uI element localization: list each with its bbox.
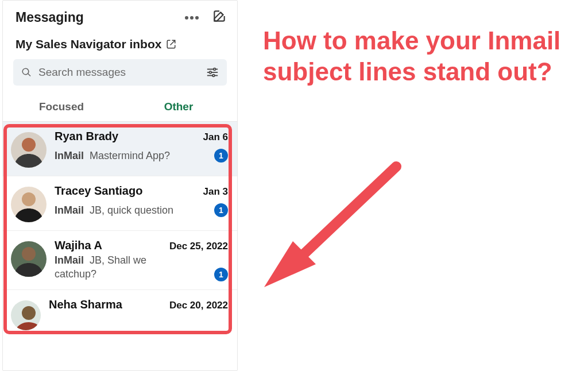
inbox-link-label: My Sales Navigator inbox [16,37,161,51]
svg-point-0 [185,16,188,20]
svg-point-2 [195,16,199,20]
message-sender: Wajiha A [55,239,102,252]
message-prefix: InMail [55,254,84,266]
annotation-headline: How to make your Inmail subject lines st… [263,25,585,87]
filter-icon[interactable] [206,67,219,78]
message-item[interactable]: Ryan Brady Jan 6 InMail Mastermind App? … [3,122,237,176]
message-subject: InMail Mastermind App? [55,149,170,163]
message-list[interactable]: Ryan Brady Jan 6 InMail Mastermind App? … [3,122,237,370]
message-body: Ryan Brady Jan 6 InMail Mastermind App? … [55,130,228,163]
message-prefix: InMail [55,150,84,161]
message-sender: Ryan Brady [55,130,118,143]
external-link-icon [166,39,176,49]
tab-focused[interactable]: Focused [3,95,120,121]
message-body: Wajiha A Dec 25, 2022 InMail JB, Shall w… [55,239,228,281]
svg-point-7 [210,71,212,74]
svg-point-9 [212,75,215,77]
svg-point-11 [22,138,36,152]
svg-line-18 [287,167,396,270]
compose-icon [212,9,227,24]
search-icon [21,67,32,78]
avatar [11,241,47,277]
annotation-arrow-icon [253,155,425,304]
search-input[interactable] [38,66,199,79]
message-subject-text: JB, quick question [90,204,173,216]
search-box[interactable] [13,59,227,86]
panel-title: Messaging [16,10,84,25]
compose-button[interactable] [212,9,227,26]
message-date: Jan 6 [203,132,228,143]
unread-badge: 1 [214,203,228,217]
svg-point-5 [214,68,216,71]
message-body: Neha Sharma Dec 20, 2022 [49,298,228,311]
message-date: Dec 20, 2022 [169,300,228,311]
header-actions [184,9,227,26]
message-subject: InMail JB, quick question [55,203,173,217]
message-prefix: InMail [55,204,84,216]
message-sender: Tracey Santiago [55,184,142,198]
message-item[interactable]: Neha Sharma Dec 20, 2022 [3,290,237,338]
unread-badge: 1 [214,268,228,281]
message-item[interactable]: Tracey Santiago Jan 3 InMail JB, quick q… [3,176,237,231]
inbox-link[interactable]: My Sales Navigator inbox [3,34,237,59]
message-subject-text: Mastermind App? [90,150,170,161]
svg-point-1 [190,16,194,20]
svg-point-17 [22,306,36,320]
message-body: Tracey Santiago Jan 3 InMail JB, quick q… [55,184,228,217]
avatar [11,132,47,168]
ellipsis-icon [184,16,199,20]
message-sender: Neha Sharma [49,298,122,311]
avatar [11,300,41,330]
svg-point-13 [22,192,36,206]
messaging-panel: Messaging My Sales Navig [2,0,238,371]
tab-other[interactable]: Other [120,95,237,121]
svg-point-15 [22,247,36,261]
tabs: Focused Other [3,91,237,122]
avatar [11,187,47,222]
panel-header: Messaging [3,1,237,34]
message-item[interactable]: Wajiha A Dec 25, 2022 InMail JB, Shall w… [3,231,237,290]
message-subject: InMail JB, Shall we catchup? [55,253,175,281]
search-row [3,59,237,91]
svg-marker-19 [264,241,316,287]
unread-badge: 1 [214,149,228,163]
message-date: Dec 25, 2022 [169,241,228,252]
more-options-button[interactable] [184,12,199,22]
message-date: Jan 3 [203,186,228,198]
